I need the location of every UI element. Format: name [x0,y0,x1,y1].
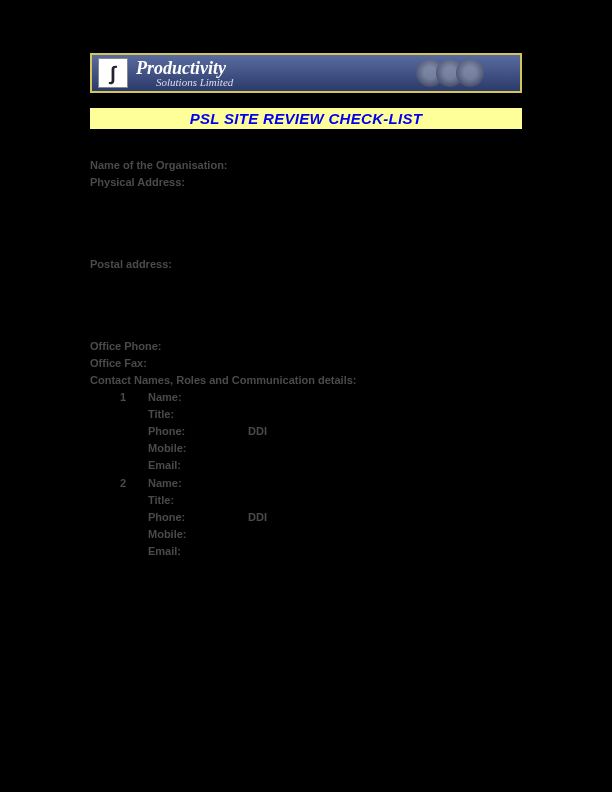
contact-phone-label: Phone: [148,509,248,526]
contact-mobile-label: Mobile: [90,440,522,457]
contact-row: 1 Name: [90,389,522,406]
contact-title-label: Title: [90,492,522,509]
banner-text: Productivity Solutions Limited [136,59,233,88]
logo-icon: ∫ [98,58,128,88]
form-body: Name of the Organisation: Physical Addre… [90,157,522,560]
org-name-label: Name of the Organisation: [90,157,522,174]
banner-decoration [380,55,520,91]
contact-title-label: Title: [90,406,522,423]
contact-phone-label: Phone: [148,423,248,440]
contact-number: 1 [120,389,148,406]
contact-row: 2 Name: [90,475,522,492]
physical-address-label: Physical Address: [90,174,522,191]
contact-name-label: Name: [148,389,182,406]
office-fax-label: Office Fax: [90,355,522,372]
page-title: PSL SITE REVIEW CHECK-LIST [90,108,522,129]
office-phone-label: Office Phone: [90,338,522,355]
banner-subtitle: Solutions Limited [156,77,233,88]
contact-number: 2 [120,475,148,492]
banner-title: Productivity [136,59,233,77]
contact-mobile-label: Mobile: [90,526,522,543]
gear-icon [456,59,484,87]
postal-address-label: Postal address: [90,256,522,273]
contact-ddi-label: DDI [248,509,267,526]
contact-phone-row: Phone: DDI [90,509,522,526]
banner: ∫ Productivity Solutions Limited [90,53,522,93]
contacts-heading: Contact Names, Roles and Communication d… [90,372,522,389]
contact-email-label: Email: [90,457,522,474]
contact-ddi-label: DDI [248,423,267,440]
contact-phone-row: Phone: DDI [90,423,522,440]
contact-email-label: Email: [90,543,522,560]
contact-name-label: Name: [148,475,182,492]
document-page: ∫ Productivity Solutions Limited PSL SIT… [0,0,612,560]
